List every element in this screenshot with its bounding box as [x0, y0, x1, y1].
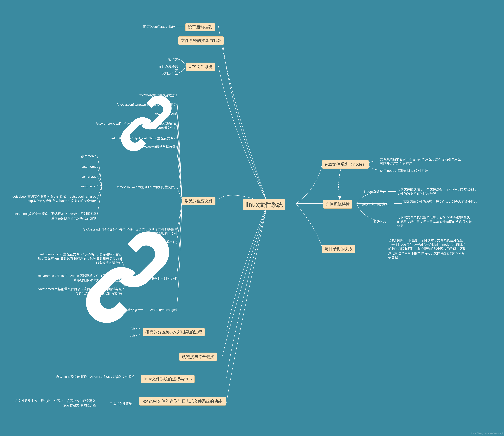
leaf: /etc/fstab(每个字段都理解)	[116, 93, 177, 97]
leaf: setsebool(设置安全策略）要记得加上-P参数，否则服务器重启会按照原有的…	[12, 212, 97, 220]
leaf: /etc/passwd（账号文件）每个字段什么含义，这两个文件都说用户账号与密码…	[78, 227, 177, 236]
leaf: /var/www/html(网站数据目录)	[125, 145, 177, 149]
leaf: 超级区块	[374, 219, 387, 224]
center-node[interactable]: linux文件系统	[243, 199, 285, 210]
leaf: /etc/sysconfig/network-scripts/ifcfg-网卡名	[108, 102, 177, 107]
node-ext2[interactable]: ext2文件系统（inode）	[322, 160, 369, 169]
watermark: https://blog.csdn.net/haopingi	[471, 432, 503, 435]
leaf: 日志式文件系统	[105, 402, 132, 406]
node-vfs[interactable]: linux文件系统的运行与VFS	[141, 375, 194, 383]
leaf: 实际记录文件的内容，若文件太大则会占有多个区块	[403, 200, 479, 204]
leaf: semanage	[75, 175, 97, 179]
leaf: gdisk	[127, 334, 137, 337]
leaf: inode(有编号)	[364, 190, 387, 194]
leaf: 数据区	[166, 58, 178, 62]
leaf: 记录文件的属性，一个文件占有一个inode，同时记录此文件的数据所在的区块号码	[397, 187, 478, 196]
leaf: /etc/shadow(密码文件)	[135, 240, 177, 244]
leaf: /var/named 数据配置文件目录（该目录用来保存ip地址与域名真实对应关系…	[36, 287, 122, 296]
leaf: 配置dns服务器用到的文件	[129, 276, 177, 281]
leaf: /etc/named.conf主配置文件（只有58行，去除注释和空行后，实际有效…	[36, 252, 122, 265]
leaf: /etc/named . rfc1912 . zones 区域配置文件（用来保存…	[36, 274, 122, 282]
leaf: 日志文件，可以用于排查错误	[89, 308, 137, 312]
node-partition[interactable]: 磁盘的分区格式化和挂载的过程	[143, 328, 205, 336]
leaf: 直接到/etc/fstab去修改	[133, 25, 175, 29]
node-dtree[interactable]: 与目录树的关系	[322, 245, 355, 253]
leaf: restorecon	[75, 184, 97, 188]
leaf: 实时运行区	[162, 71, 178, 75]
leaf: fdisk	[127, 327, 137, 330]
leaf: /etc/resolv.conf	[147, 112, 177, 115]
svg-marker-0	[338, 196, 342, 200]
link-icon	[79, 228, 82, 231]
node-xfs[interactable]: XFS文件系统	[186, 63, 215, 71]
node-boot-mount[interactable]: 设置启动挂载	[185, 23, 215, 31]
leaf: getenforce	[75, 154, 97, 158]
mindmap-canvas: linux文件系统 设置启动挂载 文件系统的挂载与卸载 XFS文件系统 常见的重…	[0, 0, 504, 436]
leaf: /etc/httpd/conf/httpd.conf（httpd主配置文件）	[102, 136, 177, 140]
leaf: 文件系统最前面有一个启动引导扇区，这个启动引导扇区可以安装启动引导程序	[380, 157, 461, 166]
link-icon	[135, 94, 138, 97]
leaf: 数据区块（有编号）	[362, 202, 393, 206]
node-feat[interactable]: 文件系统特性	[323, 200, 352, 209]
leaf: getsebool(查询安全策略的命令）例如：getsebool -a | gr…	[12, 194, 97, 203]
leaf: 所以Linux系统都是通过VFS的内核功能去读取文件系统	[53, 375, 135, 379]
leaf: 在文件系统中专门规划出一个区块，该区块专门记录写入或者修改文件时的步骤	[12, 399, 96, 408]
node-important[interactable]: 常见的重要文件	[182, 197, 215, 205]
node-journal[interactable]: ext2/3/4文件的存取与日志式文件系统的功能	[139, 397, 226, 406]
leaf: 记录此文件系统的整体信息，包括inode与数据区块的总量，剩余量，使用量以及文件…	[397, 215, 473, 228]
leaf: /etc/selinux/config(SElinux服务配置文件)	[102, 185, 175, 189]
leaf: 当我们在linux下创建一个目录时，文件系统会分配至少一个inode与至少一块区…	[388, 238, 466, 260]
leaf: /etc/yum.repos.d/（仓库配置目录，识别以.repo结尾的文件为y…	[93, 121, 177, 130]
leaf: 使用inode为基础的Linux文件系统	[380, 169, 437, 173]
node-link[interactable]: 硬链接与符合链接	[179, 353, 217, 361]
leaf: setenforce	[75, 165, 97, 169]
node-mount-umount[interactable]: 文件系统的挂载与卸载	[178, 36, 224, 45]
leaf: /var/log/messages	[144, 308, 177, 312]
